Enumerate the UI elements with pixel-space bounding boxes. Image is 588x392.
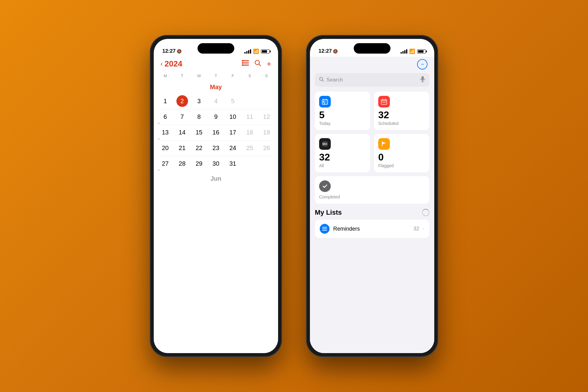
today-label: Today (319, 121, 366, 126)
cal-day-3[interactable]: 3 (190, 94, 207, 108)
cal-day-14[interactable]: 14 (174, 125, 190, 140)
smart-card-all[interactable]: 32 All (315, 134, 370, 172)
year-label: 2024 (164, 59, 182, 69)
calendar-list-icon[interactable] (242, 60, 249, 68)
cal-day-empty-4 (258, 156, 275, 171)
flagged-label: Flagged (378, 163, 425, 168)
weekday-w: W (190, 72, 207, 79)
svg-point-25 (385, 102, 386, 103)
calendar-year-nav[interactable]: ‹ 2024 (160, 59, 182, 69)
cal-day-31[interactable]: 31 (224, 156, 241, 171)
search-placeholder-text: Search (326, 77, 418, 83)
all-icon (319, 138, 331, 150)
cal-day-empty-2 (258, 94, 275, 108)
flagged-icon (378, 138, 390, 150)
weekday-t1: T (174, 72, 190, 79)
status-time-right: 12:27 🔕 (318, 48, 338, 54)
cal-day-20[interactable]: 20 (157, 141, 174, 155)
week-dot-2 (158, 123, 160, 124)
signal-bar-1 (244, 52, 246, 54)
weekday-f: F (224, 72, 241, 79)
cal-day-23[interactable]: 23 (207, 141, 224, 155)
svg-point-23 (383, 102, 383, 103)
svg-point-24 (384, 102, 385, 103)
calendar-content: ‹ 2024 (154, 57, 278, 184)
smart-lists-grid: 2 5 Today (310, 92, 434, 172)
cal-day-17[interactable]: 17 (224, 125, 241, 140)
cal-day-21[interactable]: 21 (174, 141, 190, 155)
search-icon-cal[interactable] (254, 60, 261, 68)
smart-card-scheduled[interactable]: 32 Scheduled (374, 92, 429, 130)
signal-bar-3 (248, 50, 249, 54)
search-icon-rem (319, 77, 324, 83)
cal-day-25[interactable]: 25 (241, 141, 258, 155)
time-left: 12:27 (162, 48, 175, 54)
dynamic-island-left (198, 43, 234, 54)
status-time-left: 12:27 🔕 (162, 48, 182, 54)
cal-day-24[interactable]: 24 (224, 141, 241, 155)
cal-day-9[interactable]: 9 (207, 109, 224, 124)
iphone-right: 12:27 🔕 📶 (306, 35, 438, 357)
status-icons-left: 📶 (244, 48, 270, 54)
svg-text:2: 2 (324, 102, 325, 104)
add-event-icon[interactable]: + (267, 59, 271, 69)
cal-day-18[interactable]: 18 (241, 125, 258, 140)
jun-label: Jun (154, 172, 278, 184)
cal-day-2-today[interactable]: 2 (174, 94, 190, 108)
cal-week-3: 13 14 15 16 17 18 19 (157, 125, 275, 140)
cal-day-30[interactable]: 30 (207, 156, 224, 171)
cal-day-6[interactable]: 6 (157, 109, 174, 124)
cal-week-1: 1 2 3 4 5 (157, 94, 275, 108)
cal-day-28[interactable]: 28 (174, 156, 190, 171)
scheduled-label: Scheduled (378, 121, 425, 126)
cal-day-22[interactable]: 22 (190, 141, 207, 155)
reminders-list-count: 32 (413, 226, 419, 232)
cal-day-19[interactable]: 19 (258, 125, 275, 140)
cal-day-27[interactable]: 27 (157, 156, 174, 171)
smart-card-today[interactable]: 2 5 Today (315, 92, 370, 130)
smart-card-flagged[interactable]: 0 Flagged (374, 134, 429, 172)
dynamic-island-right (354, 43, 390, 54)
bell-slash-left: 🔕 (177, 49, 182, 54)
mic-icon[interactable] (420, 76, 425, 84)
back-chevron-icon[interactable]: ‹ (160, 60, 163, 68)
bell-slash-right: 🔕 (333, 49, 338, 54)
cal-day-1[interactable]: 1 (157, 94, 174, 108)
time-right: 12:27 (318, 48, 332, 54)
weekday-m: M (157, 72, 174, 79)
cal-week-4: 20 21 22 23 24 25 26 (157, 141, 275, 155)
cal-day-13[interactable]: 13 (157, 125, 174, 140)
today-icon: 2 (319, 96, 331, 107)
loading-spinner-icon (422, 209, 429, 216)
cal-day-15[interactable]: 15 (190, 125, 207, 140)
signal-bar-r4 (406, 49, 407, 54)
cal-day-5[interactable]: 5 (224, 94, 241, 108)
wifi-icon-right: 📶 (409, 48, 415, 54)
svg-rect-10 (421, 76, 424, 80)
cal-day-29[interactable]: 29 (190, 156, 207, 171)
reminders-header: ··· (310, 57, 434, 73)
signal-bar-r3 (404, 50, 405, 54)
cal-day-12[interactable]: 12 (258, 109, 275, 124)
cal-day-11[interactable]: 11 (241, 109, 258, 124)
cal-day-26[interactable]: 26 (258, 141, 275, 155)
list-item-reminders[interactable]: Reminders 32 › (315, 220, 429, 238)
cal-day-4[interactable]: 4 (207, 94, 224, 108)
reminders-list-name: Reminders (333, 226, 410, 232)
scheduled-count: 32 (378, 110, 425, 120)
cal-day-7[interactable]: 7 (174, 109, 190, 124)
completed-card[interactable]: Completed (315, 176, 429, 204)
cal-day-10[interactable]: 10 (224, 109, 241, 124)
my-lists-header: My Lists (315, 209, 429, 217)
calendar-weekdays: M T W T F S S (154, 72, 278, 79)
cal-day-8[interactable]: 8 (190, 109, 207, 124)
battery-icon-right (417, 49, 426, 54)
search-bar[interactable]: Search (315, 73, 429, 87)
reminders-list-icon (320, 224, 330, 234)
reminders-list-chevron-icon: › (423, 226, 424, 232)
more-button[interactable]: ··· (417, 59, 428, 70)
my-lists-section: My Lists Reminders 32 (310, 209, 434, 238)
svg-rect-13 (322, 100, 328, 104)
signal-bar-2 (246, 51, 247, 54)
cal-day-16[interactable]: 16 (207, 125, 224, 140)
